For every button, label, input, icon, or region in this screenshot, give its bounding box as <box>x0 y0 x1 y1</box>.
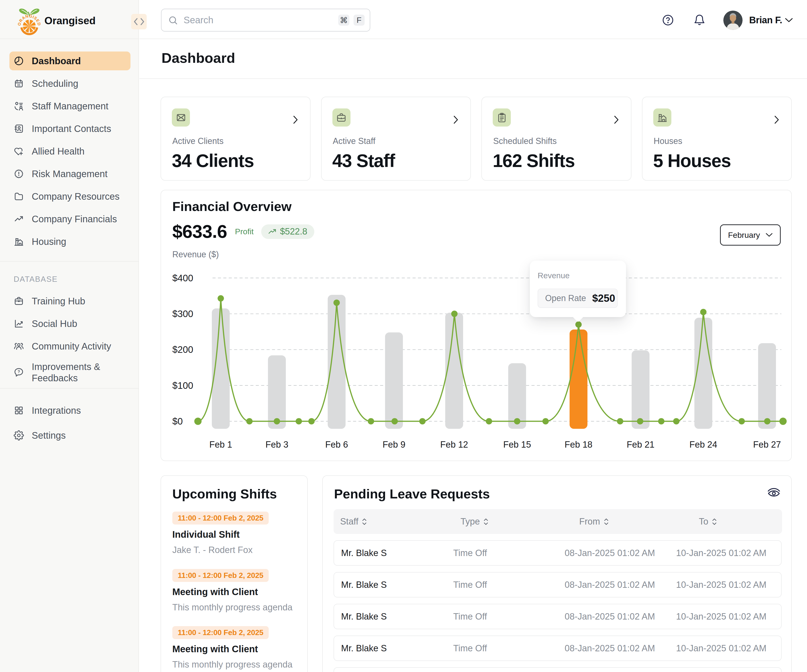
heart-plus-icon <box>13 146 24 156</box>
chevron-down-icon <box>765 233 773 237</box>
page-title: Dashboard <box>161 50 235 66</box>
sidebar-item-improvements-feedbacks[interactable]: ? Improvements & Feedbacks <box>9 359 130 385</box>
svg-text:31: 31 <box>17 83 20 87</box>
column-header-from[interactable]: From <box>579 509 609 534</box>
bell-icon <box>693 14 706 27</box>
chevron-right-icon[interactable] <box>293 115 298 124</box>
column-header-type[interactable]: Type <box>460 509 488 534</box>
table-row[interactable]: Mr. Blake S Time Off 08-Jan-2025 01:02 A… <box>334 572 782 597</box>
column-label: From <box>579 517 600 527</box>
pie-chart-icon <box>13 56 24 66</box>
column-label: To <box>699 517 708 527</box>
sidebar-divider <box>0 261 139 261</box>
sidebar-item-housing[interactable]: Housing <box>9 232 130 251</box>
user-name[interactable]: Brian F. <box>749 15 782 25</box>
shift-title: Meeting with Client <box>172 644 258 654</box>
sidebar-item-community-activity[interactable]: Community Activity <box>9 337 130 356</box>
sidebar-item-social-hub[interactable]: Social Hub <box>9 314 130 333</box>
table-row[interactable]: Mr. Blake S Time Off 08-Jan-2025 01:02 A… <box>334 604 782 629</box>
stat-label: Scheduled Shifts <box>493 136 557 146</box>
clipboard-icon <box>493 108 511 126</box>
sidebar-item-integrations[interactable]: Integrations <box>9 401 130 420</box>
table-row[interactable]: Mr. Blake S Time Off 08-Jan-2025 01:02 A… <box>334 667 782 672</box>
financial-overview-card: $0$100$200$300$400Feb 1Feb 3Feb 6Feb 9Fe… <box>161 190 792 461</box>
sidebar-item-important-contacts[interactable]: Important Contacts <box>9 119 130 138</box>
sidebar-item-risk-management[interactable]: Risk Management <box>9 165 130 183</box>
topbar: ⌘ F <box>139 0 807 39</box>
sidebar-collapse-button[interactable] <box>131 14 147 29</box>
stat-value: 43 Staff <box>332 150 395 171</box>
pending-leave-title: Pending Leave Requests <box>334 486 490 501</box>
topbar-actions: Brian F. <box>139 0 807 39</box>
shift-entry[interactable]: 11:00 - 12:00 Feb 2, 2025 Meeting with C… <box>172 626 297 672</box>
table-row[interactable]: Mr. Blake S Time Off 08-Jan-2025 01:02 A… <box>334 635 782 661</box>
shift-time-badge: 11:00 - 12:00 Feb 2, 2025 <box>172 569 269 582</box>
shift-entry[interactable]: 11:00 - 12:00 Feb 2, 2025 Meeting with C… <box>172 569 297 616</box>
chevron-down-icon[interactable] <box>785 18 793 23</box>
stat-label: Active Clients <box>172 136 224 146</box>
bottom-row: Upcoming Shifts 11:00 - 12:00 Feb 2, 202… <box>161 476 792 672</box>
orangised-logo-icon: ORANGISED <box>16 7 43 37</box>
notifications-button[interactable] <box>693 14 706 27</box>
chevron-right-icon[interactable] <box>453 115 458 124</box>
stat-card-scheduled-shifts: Scheduled Shifts 162 Shifts <box>482 96 631 181</box>
svg-text:Feb 12: Feb 12 <box>440 440 468 449</box>
month-select[interactable]: February <box>720 225 780 246</box>
month-label: February <box>728 231 760 240</box>
shift-time-badge: 11:00 - 12:00 Feb 2, 2025 <box>172 512 269 524</box>
svg-text:Feb 24: Feb 24 <box>689 440 717 449</box>
avatar[interactable] <box>723 11 742 30</box>
svg-text:Feb 27: Feb 27 <box>753 440 781 449</box>
chevron-right-icon <box>140 18 145 26</box>
stat-label: Active Staff <box>333 136 375 146</box>
sort-icon <box>712 518 717 526</box>
upcoming-shifts-title: Upcoming Shifts <box>172 486 277 501</box>
sidebar-item-staff-management[interactable]: Staff Management <box>9 96 130 115</box>
column-header-staff[interactable]: Staff <box>340 509 367 534</box>
folder-icon <box>13 191 24 201</box>
profit-label: Profit <box>235 227 254 236</box>
sidebar-item-allied-health[interactable]: Allied Health <box>9 142 130 161</box>
chevron-right-icon[interactable] <box>614 115 619 124</box>
sidebar-item-company-resources[interactable]: Company Resources <box>9 187 130 206</box>
calendar-icon: 31 <box>13 78 24 89</box>
sidebar-item-company-financials[interactable]: Company Financials <box>9 210 130 228</box>
tooltip-value: $250 <box>592 293 615 304</box>
stats-row: Active Clients 34 Clients Active Staff 4… <box>161 96 792 181</box>
table-row[interactable]: Mr. Blake S Time Off 08-Jan-2025 01:02 A… <box>334 540 782 566</box>
stat-value: 5 Houses <box>653 150 731 171</box>
sort-icon <box>362 518 367 526</box>
financial-amount-row: $633.6 Profit $522.8 <box>172 221 314 242</box>
shift-entry[interactable]: 11:00 - 12:00 Feb 2, 2025 Individual Shi… <box>172 512 297 559</box>
view-all-button[interactable] <box>767 487 780 500</box>
sidebar-divider-2 <box>0 388 139 389</box>
chevron-right-icon[interactable] <box>774 115 779 124</box>
column-label: Staff <box>340 517 358 527</box>
users-icon <box>13 341 24 351</box>
help-circle-icon <box>662 14 674 27</box>
profit-delta-badge: $522.8 <box>261 225 314 239</box>
trending-up-icon <box>13 214 24 224</box>
column-header-to[interactable]: To <box>699 509 717 534</box>
help-button[interactable] <box>662 14 674 27</box>
profit-delta-value: $522.8 <box>280 226 307 237</box>
house-flag-icon <box>653 108 671 126</box>
trending-up-icon <box>268 229 276 235</box>
svg-text:Feb 3: Feb 3 <box>266 440 288 449</box>
avatar-photo <box>723 11 742 30</box>
alert-badge-icon <box>13 169 24 179</box>
shift-subtitle: This monthly progress agenda <box>172 602 292 612</box>
sidebar-item-scheduling[interactable]: 31 Scheduling <box>9 74 130 93</box>
tooltip-title: Revenue <box>538 271 570 280</box>
sidebar-item-training-hub[interactable]: Training Hub <box>9 292 130 311</box>
sidebar-item-settings[interactable]: Settings <box>9 426 130 445</box>
sidebar-section-label: DATABASE <box>13 275 58 284</box>
envelope-icon <box>172 108 190 126</box>
profit-amount: $633.6 <box>172 221 227 242</box>
svg-text:$300: $300 <box>172 309 193 319</box>
page-header: Dashboard <box>139 40 807 79</box>
shift-subtitle: This monthly progress agenda <box>172 660 292 670</box>
table-header: Staff Type From To <box>334 509 782 534</box>
chevron-left-icon <box>133 18 138 26</box>
sidebar-item-dashboard[interactable]: Dashboard <box>9 52 130 70</box>
